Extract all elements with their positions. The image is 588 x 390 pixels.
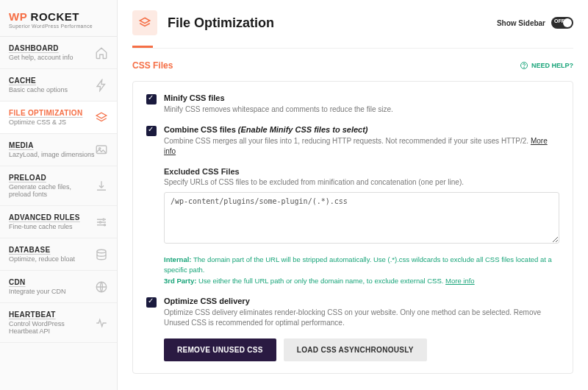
layers-icon <box>138 16 151 29</box>
excluded-css-block: Excluded CSS Files Specify URLs of CSS f… <box>164 167 559 246</box>
nav-title: ADVANCED RULES <box>9 213 95 221</box>
hint-internal: Internal: The domain part of the URL wil… <box>164 255 559 276</box>
database-icon <box>95 248 108 261</box>
option-optimize-css-delivery: Optimize CSS delivery Optimize CSS deliv… <box>146 297 559 328</box>
optimize-css-checkbox[interactable] <box>146 297 157 308</box>
layers-icon <box>95 111 108 124</box>
nav-title: CDN <box>9 278 95 286</box>
sidebar-item-cdn[interactable]: CDNIntegrate your CDN <box>0 271 117 303</box>
hints: Internal: The domain part of the URL wil… <box>164 255 559 286</box>
minify-css-desc: Minify CSS removes whitespace and commen… <box>164 104 559 115</box>
excluded-css-textarea[interactable] <box>164 192 559 244</box>
active-tab-indicator <box>132 46 153 48</box>
sidebar-item-dashboard[interactable]: DASHBOARDGet help, account info <box>0 37 117 69</box>
toggle-knob <box>563 18 572 27</box>
nav-title: CACHE <box>9 77 95 85</box>
home-icon <box>95 46 108 60</box>
css-files-panel: Minify CSS files Minify CSS removes whit… <box>132 81 573 374</box>
sidebar-item-heartbeat[interactable]: HEARTBEATControl WordPress Heartbeat API <box>0 303 117 343</box>
nav-sub: Control WordPress Heartbeat API <box>9 320 95 335</box>
header-icon <box>132 10 157 35</box>
globe-icon <box>95 280 108 294</box>
heartbeat-icon <box>95 316 108 330</box>
minify-css-title: Minify CSS files <box>164 93 559 102</box>
header: File Optimization Show Sidebar OFF <box>118 0 588 35</box>
nav-title: MEDIA <box>9 141 95 149</box>
nav-sub: LazyLoad, image dimensions <box>9 151 95 158</box>
svg-point-5 <box>97 249 106 253</box>
main: File Optimization Show Sidebar OFF CSS F… <box>118 0 588 390</box>
excluded-css-desc: Specify URLs of CSS files to be excluded… <box>164 178 559 186</box>
need-help-link[interactable]: NEED HELP? <box>520 61 573 70</box>
nav-sub: Integrate your CDN <box>9 288 95 295</box>
option-combine-css: Combine CSS files (Enable Minify CSS fil… <box>146 125 559 157</box>
logo-tagline: Superior WordPress Performance <box>9 24 108 29</box>
sidebar-item-database[interactable]: DATABASEOptimize, reduce bloat <box>0 238 117 271</box>
hint-3rd-party: 3rd Party: Use either the full URL path … <box>164 276 559 286</box>
sidebar-item-file-optimization[interactable]: FILE OPTIMIZATIONOptimize CSS & JS <box>0 102 117 134</box>
content: CSS Files NEED HELP? Minify CSS files Mi… <box>118 49 588 390</box>
option-minify-css: Minify CSS files Minify CSS removes whit… <box>146 93 559 115</box>
show-sidebar-label: Show Sidebar <box>497 19 545 27</box>
logo-brand-b: ROCKET <box>31 10 79 23</box>
combine-css-title: Combine CSS files (Enable Minify CSS fil… <box>164 125 559 134</box>
image-icon <box>95 143 108 157</box>
page-title: File Optimization <box>168 15 487 31</box>
nav-title: PRELOAD <box>9 174 95 182</box>
section-head: CSS Files NEED HELP? <box>132 60 573 71</box>
svg-point-3 <box>99 221 101 222</box>
excluded-css-title: Excluded CSS Files <box>164 167 559 176</box>
logo: WP ROCKET Superior WordPress Performance <box>0 0 117 37</box>
minify-css-checkbox[interactable] <box>146 94 157 104</box>
load-css-async-button[interactable]: LOAD CSS ASYNCHRONOUSLY <box>284 338 427 361</box>
remove-unused-css-button[interactable]: REMOVE UNUSED CSS <box>164 338 276 361</box>
sidebar-item-advanced-rules[interactable]: ADVANCED RULESFine-tune cache rules <box>0 206 117 238</box>
combine-css-desc: Combine CSS merges all your files into 1… <box>164 136 559 157</box>
section-title: CSS Files <box>132 60 173 71</box>
bolt-icon <box>95 79 108 92</box>
nav-sub: Get help, account info <box>9 54 95 61</box>
svg-point-2 <box>103 219 104 220</box>
combine-css-checkbox[interactable] <box>146 126 157 136</box>
nav-title: DATABASE <box>9 246 95 254</box>
sidebar-item-cache[interactable]: CACHEBasic cache options <box>0 69 117 102</box>
nav: DASHBOARDGet help, account info CACHEBas… <box>0 37 117 390</box>
nav-title: HEARTBEAT <box>9 311 95 319</box>
show-sidebar-control: Show Sidebar OFF <box>497 17 573 29</box>
help-icon <box>520 61 528 70</box>
show-sidebar-toggle[interactable]: OFF <box>551 17 573 29</box>
logo-brand-a: WP <box>9 10 27 23</box>
nav-sub: Generate cache files, preload fonts <box>9 183 95 198</box>
nav-title: DASHBOARD <box>9 44 95 52</box>
nav-sub: Optimize, reduce bloat <box>9 255 95 263</box>
download-icon <box>95 180 108 193</box>
nav-sub: Basic cache options <box>9 86 95 93</box>
nav-sub: Optimize CSS & JS <box>9 118 95 126</box>
sidebar: WP ROCKET Superior WordPress Performance… <box>0 0 118 390</box>
nav-title: FILE OPTIMIZATION <box>9 109 95 117</box>
nav-sub: Fine-tune cache rules <box>9 223 95 230</box>
sidebar-item-media[interactable]: MEDIALazyLoad, image dimensions <box>0 134 117 166</box>
need-help-label: NEED HELP? <box>531 62 573 69</box>
svg-point-8 <box>524 67 525 68</box>
hint2-more-info-link[interactable]: More info <box>445 277 475 285</box>
css-delivery-buttons: REMOVE UNUSED CSS LOAD CSS ASYNCHRONOUSL… <box>164 338 559 361</box>
sliders-icon <box>95 216 108 229</box>
sidebar-item-preload[interactable]: PRELOADGenerate cache files, preload fon… <box>0 166 117 206</box>
optimize-css-title: Optimize CSS delivery <box>164 297 559 305</box>
optimize-css-desc: Optimize CSS delivery eliminates render-… <box>164 308 559 328</box>
